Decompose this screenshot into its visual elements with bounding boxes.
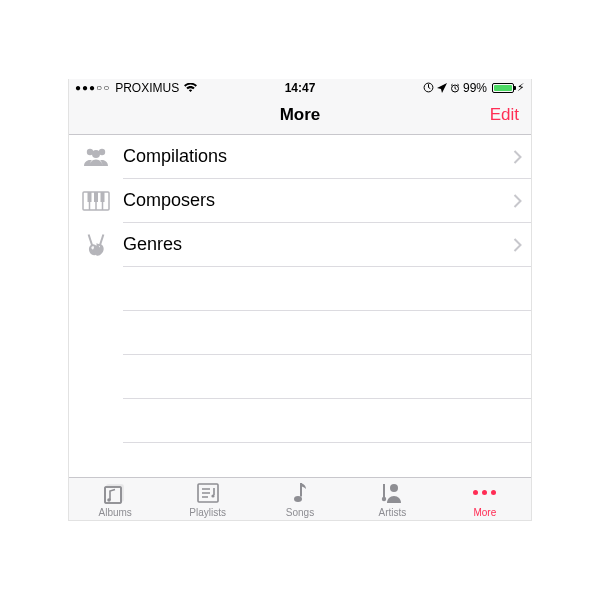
empty-row xyxy=(69,399,531,443)
chevron-right-icon xyxy=(503,150,531,164)
navigation-bar: More Edit xyxy=(69,96,531,134)
playlists-icon xyxy=(196,481,220,505)
empty-row xyxy=(69,355,531,399)
list-item-genres[interactable]: Genres xyxy=(69,223,531,267)
status-time: 14:47 xyxy=(69,81,531,95)
svg-rect-8 xyxy=(101,192,105,202)
artists-icon xyxy=(380,481,404,505)
list-item-compilations[interactable]: Compilations xyxy=(69,135,531,179)
empty-row xyxy=(69,443,531,478)
list-item-label: Genres xyxy=(123,234,503,255)
empty-row xyxy=(69,311,531,355)
songs-icon xyxy=(291,481,309,505)
list-item-composers[interactable]: Composers xyxy=(69,179,531,223)
chevron-right-icon xyxy=(503,194,531,208)
list-item-label: Composers xyxy=(123,190,503,211)
page-title: More xyxy=(280,105,321,125)
list-item-label: Compilations xyxy=(123,146,503,167)
tab-label: Albums xyxy=(99,507,132,518)
svg-rect-21 xyxy=(383,484,385,497)
chevron-right-icon xyxy=(503,238,531,252)
tab-more[interactable]: More xyxy=(439,478,531,520)
more-icon xyxy=(473,481,496,505)
tab-label: Playlists xyxy=(189,507,226,518)
tab-artists[interactable]: Artists xyxy=(346,478,438,520)
tab-label: More xyxy=(473,507,496,518)
tab-label: Artists xyxy=(379,507,407,518)
tab-albums[interactable]: Albums xyxy=(69,478,161,520)
tab-label: Songs xyxy=(286,507,314,518)
empty-row xyxy=(69,267,531,311)
svg-point-20 xyxy=(390,484,398,492)
svg-point-4 xyxy=(92,150,100,158)
more-list: Compilations Composers xyxy=(69,135,531,478)
svg-point-18 xyxy=(211,494,214,497)
guitars-icon xyxy=(69,233,123,257)
people-icon xyxy=(69,146,123,168)
tab-songs[interactable]: Songs xyxy=(254,478,346,520)
albums-icon xyxy=(102,481,128,505)
svg-point-22 xyxy=(382,497,386,501)
edit-button[interactable]: Edit xyxy=(490,96,519,133)
tab-bar: Albums Playlists Songs xyxy=(69,477,531,520)
svg-rect-6 xyxy=(88,192,92,202)
svg-rect-7 xyxy=(94,192,98,202)
piano-icon xyxy=(69,191,123,211)
svg-point-19 xyxy=(294,496,302,502)
tab-playlists[interactable]: Playlists xyxy=(161,478,253,520)
status-bar: ●●●○○ PROXIMUS 14:47 99% ⚡︎ xyxy=(69,79,531,96)
svg-point-16 xyxy=(107,498,111,502)
battery-icon xyxy=(492,83,514,93)
